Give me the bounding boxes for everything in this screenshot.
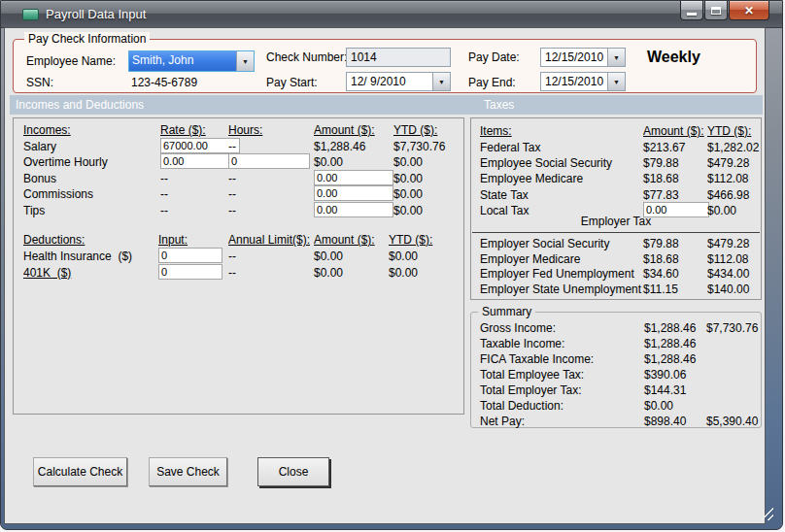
table-cell: $1,288.46 — [644, 352, 696, 366]
app-icon — [22, 9, 39, 20]
table-cell: $0.00 — [389, 266, 418, 280]
taxes-panel: Employer Tax Items:Amount ($):YTD ($):Fe… — [470, 117, 762, 300]
table-cell: -- — [228, 204, 236, 217]
cell-input[interactable] — [228, 153, 310, 169]
table-cell: Employer Social Security — [480, 237, 609, 250]
table-cell: $0.00 — [393, 204, 423, 217]
table-cell: -- — [228, 266, 236, 280]
ssn-label: SSN: — [26, 76, 53, 89]
table-cell: $466.98 — [707, 188, 749, 202]
minimize-button[interactable] — [680, 1, 703, 20]
pay-date-value: 12/15/2010 — [541, 49, 607, 66]
table-cell: $0.00 — [707, 204, 736, 217]
table-cell: $1,282.02 — [707, 141, 759, 154]
table-cell: Local Tax — [480, 204, 529, 217]
table-cell: $1,288.46 — [314, 140, 365, 153]
table-cell: -- — [160, 204, 168, 217]
check-number-field[interactable] — [346, 48, 451, 67]
column-header: Amount ($): — [314, 123, 375, 137]
table-cell: Employee Medicare — [480, 172, 583, 185]
table-cell: $434.00 — [707, 267, 749, 281]
table-cell: $390.06 — [644, 368, 686, 382]
table-cell: FICA Taxable Income: — [480, 352, 594, 366]
table-cell: Commissions — [23, 187, 93, 201]
paycheck-info-legend: Pay Check Information — [24, 32, 150, 46]
pay-frequency-label: Weekly — [647, 49, 700, 66]
table-cell: $112.08 — [707, 252, 749, 266]
pay-end-datepicker[interactable]: 12/15/2010 ▼ — [540, 72, 626, 91]
chevron-down-icon[interactable]: ▼ — [236, 51, 254, 71]
table-cell: $7,730.76 — [706, 321, 758, 335]
table-cell: -- — [228, 172, 236, 185]
column-header: YTD ($): — [389, 233, 432, 247]
calculate-check-button[interactable]: Calculate Check — [33, 457, 127, 486]
employee-name-value: Smith, John — [129, 51, 236, 71]
table-cell: -- — [228, 249, 236, 263]
save-check-button[interactable]: Save Check — [149, 457, 227, 486]
employee-name-label: Employee Name: — [26, 54, 116, 68]
pay-start-value: 12/ 9/2010 — [347, 73, 432, 90]
section-header-band: Incomes and Deductions Taxes — [10, 95, 763, 115]
pay-end-value: 12/15/2010 — [541, 73, 607, 90]
cell-input[interactable] — [314, 202, 393, 217]
column-header: YTD ($): — [393, 123, 437, 137]
column-header: Amount ($): — [314, 233, 375, 247]
table-cell: Employer Medicare — [480, 252, 580, 266]
table-cell: Net Pay: — [480, 415, 525, 428]
employee-name-combobox[interactable]: Smith, John ▼ — [128, 50, 255, 72]
cell-input[interactable] — [643, 202, 709, 217]
table-cell: $0.00 — [393, 172, 423, 185]
table-cell: $479.28 — [707, 237, 749, 250]
column-header: Input: — [158, 233, 188, 247]
client-area: Pay Check Information Employee Name: Smi… — [5, 28, 765, 523]
table-cell: Overtime Hourly — [23, 155, 108, 169]
maximize-icon — [711, 7, 721, 15]
column-header: Amount ($): — [643, 124, 704, 138]
maximize-button[interactable] — [704, 1, 728, 20]
table-cell: $0.00 — [393, 155, 423, 169]
pay-start-datepicker[interactable]: 12/ 9/2010 ▼ — [346, 72, 451, 91]
column-header: Deductions: — [23, 233, 85, 247]
chevron-down-icon[interactable]: ▼ — [607, 49, 625, 66]
table-cell: Employer Fed Unemployment — [480, 267, 634, 281]
table-cell: $77.83 — [643, 188, 679, 202]
table-cell: -- — [160, 172, 168, 185]
cell-input[interactable] — [314, 170, 393, 185]
table-cell: Salary — [23, 140, 56, 153]
table-cell: $5,390.40 — [706, 415, 758, 428]
table-cell: Gross Income: — [480, 321, 556, 335]
table-cell: $140.00 — [707, 283, 749, 296]
summary-groupbox: Summary Gross Income:$1,288.46$7,730.76T… — [470, 304, 762, 428]
table-cell: $898.40 — [644, 415, 686, 428]
table-cell: $0.00 — [314, 266, 343, 280]
column-header: Incomes: — [23, 123, 71, 137]
table-cell: $18.68 — [643, 252, 679, 266]
table-cell: $7,730.76 — [393, 140, 445, 153]
table-cell: Employee Social Security — [480, 156, 612, 170]
table-cell: Taxable Income: — [480, 337, 564, 350]
table-cell: Total Employee Tax: — [480, 368, 584, 382]
table-cell: 401K ($) — [23, 266, 71, 280]
table-cell: $79.88 — [643, 156, 679, 170]
pay-date-datepicker[interactable]: 12/15/2010 ▼ — [540, 48, 626, 67]
cell-input[interactable] — [158, 248, 222, 263]
close-button[interactable]: Close — [257, 457, 329, 486]
cell-input[interactable] — [314, 185, 393, 201]
table-cell: Total Deduction: — [480, 399, 563, 413]
incomes-deductions-panel: Incomes:Rate ($):Hours:Amount ($):YTD ($… — [13, 117, 464, 415]
table-cell: $1,288.46 — [644, 321, 696, 335]
close-window-button[interactable]: ✕ — [729, 1, 769, 20]
pay-start-label: Pay Start: — [266, 76, 318, 89]
table-cell: Tips — [23, 204, 45, 217]
taxes-section-header: Taxes — [484, 98, 514, 112]
chevron-down-icon[interactable]: ▼ — [607, 73, 625, 90]
cell-input[interactable] — [158, 264, 222, 280]
table-cell: Bonus — [23, 172, 56, 185]
table-cell: -- — [228, 140, 236, 153]
incomes-section-header: Incomes and Deductions — [16, 98, 144, 112]
title-bar[interactable]: Payroll Data Input ✕ — [1, 1, 782, 28]
table-cell: State Tax — [480, 188, 529, 202]
table-cell: Health Insurance ($) — [23, 249, 132, 263]
table-cell: -- — [228, 187, 236, 201]
chevron-down-icon[interactable]: ▼ — [432, 73, 450, 90]
